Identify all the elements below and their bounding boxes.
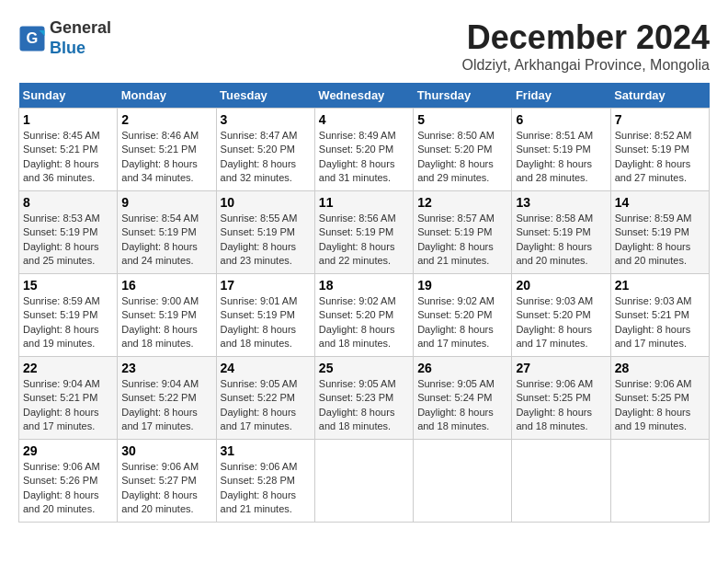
calendar-cell: 22Sunrise: 9:04 AM Sunset: 5:21 PM Dayli… xyxy=(19,357,118,440)
day-number: 31 xyxy=(221,443,311,458)
day-info: Sunrise: 9:00 AM Sunset: 5:19 PM Dayligh… xyxy=(121,294,211,351)
calendar-cell: 2Sunrise: 8:46 AM Sunset: 5:21 PM Daylig… xyxy=(118,109,216,191)
calendar-cell: 7Sunrise: 8:52 AM Sunset: 5:19 PM Daylig… xyxy=(610,109,709,191)
day-info: Sunrise: 8:46 AM Sunset: 5:21 PM Dayligh… xyxy=(121,129,211,186)
day-info: Sunrise: 9:02 AM Sunset: 5:20 PM Dayligh… xyxy=(319,294,409,351)
column-header-thursday: Thursday xyxy=(414,83,512,109)
day-info: Sunrise: 8:52 AM Sunset: 5:19 PM Dayligh… xyxy=(615,129,705,186)
calendar-cell: 11Sunrise: 8:56 AM Sunset: 5:19 PM Dayli… xyxy=(314,191,413,274)
column-header-friday: Friday xyxy=(512,83,610,109)
day-info: Sunrise: 9:04 AM Sunset: 5:22 PM Dayligh… xyxy=(121,377,211,434)
location-text: Oldziyt, Arkhangai Province, Mongolia xyxy=(462,57,710,74)
day-info: Sunrise: 9:05 AM Sunset: 5:22 PM Dayligh… xyxy=(221,377,311,434)
column-header-wednesday: Wednesday xyxy=(314,83,413,109)
calendar-cell: 14Sunrise: 8:59 AM Sunset: 5:19 PM Dayli… xyxy=(610,191,709,274)
day-number: 13 xyxy=(516,195,606,210)
month-title: December 2024 xyxy=(462,18,710,57)
calendar-cell: 19Sunrise: 9:02 AM Sunset: 5:20 PM Dayli… xyxy=(414,274,512,357)
day-number: 23 xyxy=(121,361,211,375)
day-info: Sunrise: 8:54 AM Sunset: 5:19 PM Dayligh… xyxy=(121,212,211,269)
day-info: Sunrise: 8:58 AM Sunset: 5:19 PM Dayligh… xyxy=(516,212,606,269)
calendar-cell: 8Sunrise: 8:53 AM Sunset: 5:19 PM Daylig… xyxy=(19,191,118,274)
calendar-cell: 31Sunrise: 9:06 AM Sunset: 5:28 PM Dayli… xyxy=(216,440,314,523)
day-info: Sunrise: 9:06 AM Sunset: 5:25 PM Dayligh… xyxy=(615,377,705,434)
day-number: 10 xyxy=(221,195,311,210)
day-info: Sunrise: 8:55 AM Sunset: 5:19 PM Dayligh… xyxy=(221,212,311,269)
day-info: Sunrise: 8:51 AM Sunset: 5:19 PM Dayligh… xyxy=(516,129,606,186)
calendar-cell: 12Sunrise: 8:57 AM Sunset: 5:19 PM Dayli… xyxy=(414,191,512,274)
calendar-cell: 16Sunrise: 9:00 AM Sunset: 5:19 PM Dayli… xyxy=(118,274,216,357)
day-info: Sunrise: 8:59 AM Sunset: 5:19 PM Dayligh… xyxy=(23,294,113,351)
calendar-cell: 20Sunrise: 9:03 AM Sunset: 5:20 PM Dayli… xyxy=(512,274,610,357)
week-row-5: 29Sunrise: 9:06 AM Sunset: 5:26 PM Dayli… xyxy=(19,440,710,523)
day-number: 14 xyxy=(615,195,705,210)
column-header-saturday: Saturday xyxy=(610,83,709,109)
day-number: 1 xyxy=(23,112,113,127)
calendar-cell: 15Sunrise: 8:59 AM Sunset: 5:19 PM Dayli… xyxy=(19,274,118,357)
calendar-cell: 4Sunrise: 8:49 AM Sunset: 5:20 PM Daylig… xyxy=(314,109,413,191)
day-info: Sunrise: 8:50 AM Sunset: 5:20 PM Dayligh… xyxy=(417,129,507,186)
day-info: Sunrise: 9:06 AM Sunset: 5:28 PM Dayligh… xyxy=(221,460,311,517)
day-number: 16 xyxy=(121,278,211,293)
calendar-cell: 5Sunrise: 8:50 AM Sunset: 5:20 PM Daylig… xyxy=(414,109,512,191)
calendar-cell: 30Sunrise: 9:06 AM Sunset: 5:27 PM Dayli… xyxy=(118,440,216,523)
page-header: G General Blue December 2024 Oldziyt, Ar… xyxy=(18,18,710,74)
calendar-cell: 23Sunrise: 9:04 AM Sunset: 5:22 PM Dayli… xyxy=(118,357,216,440)
day-number: 22 xyxy=(23,361,113,375)
day-info: Sunrise: 9:06 AM Sunset: 5:25 PM Dayligh… xyxy=(516,377,606,434)
day-number: 18 xyxy=(319,278,409,293)
column-header-tuesday: Tuesday xyxy=(216,83,314,109)
svg-text:G: G xyxy=(27,29,39,46)
day-info: Sunrise: 8:56 AM Sunset: 5:19 PM Dayligh… xyxy=(319,212,409,269)
calendar-cell: 18Sunrise: 9:02 AM Sunset: 5:20 PM Dayli… xyxy=(314,274,413,357)
day-number: 11 xyxy=(319,195,409,210)
day-info: Sunrise: 9:01 AM Sunset: 5:19 PM Dayligh… xyxy=(221,294,311,351)
calendar-cell xyxy=(314,440,413,523)
logo-general-text: General xyxy=(50,18,111,37)
calendar-cell: 6Sunrise: 8:51 AM Sunset: 5:19 PM Daylig… xyxy=(512,109,610,191)
day-number: 29 xyxy=(23,443,113,458)
day-info: Sunrise: 9:06 AM Sunset: 5:26 PM Dayligh… xyxy=(23,460,113,517)
day-info: Sunrise: 8:59 AM Sunset: 5:19 PM Dayligh… xyxy=(615,212,705,269)
day-number: 4 xyxy=(319,112,409,127)
day-number: 5 xyxy=(417,112,507,127)
calendar-cell: 27Sunrise: 9:06 AM Sunset: 5:25 PM Dayli… xyxy=(512,357,610,440)
calendar-cell xyxy=(512,440,610,523)
day-number: 3 xyxy=(221,112,311,127)
day-number: 15 xyxy=(23,278,113,293)
title-block: December 2024 Oldziyt, Arkhangai Provinc… xyxy=(462,18,710,74)
day-info: Sunrise: 9:02 AM Sunset: 5:20 PM Dayligh… xyxy=(417,294,507,351)
calendar-header-row: SundayMondayTuesdayWednesdayThursdayFrid… xyxy=(19,83,710,109)
day-number: 9 xyxy=(121,195,211,210)
day-info: Sunrise: 9:05 AM Sunset: 5:23 PM Dayligh… xyxy=(319,377,409,434)
day-number: 20 xyxy=(516,278,606,293)
week-row-2: 8Sunrise: 8:53 AM Sunset: 5:19 PM Daylig… xyxy=(19,191,710,274)
column-header-monday: Monday xyxy=(118,83,216,109)
logo-icon: G xyxy=(18,25,46,52)
week-row-3: 15Sunrise: 8:59 AM Sunset: 5:19 PM Dayli… xyxy=(19,274,710,357)
calendar-cell: 13Sunrise: 8:58 AM Sunset: 5:19 PM Dayli… xyxy=(512,191,610,274)
day-number: 21 xyxy=(615,278,705,293)
day-number: 28 xyxy=(615,361,705,375)
logo: G General Blue xyxy=(18,18,111,58)
calendar-cell: 25Sunrise: 9:05 AM Sunset: 5:23 PM Dayli… xyxy=(314,357,413,440)
day-number: 30 xyxy=(121,443,211,458)
day-info: Sunrise: 8:57 AM Sunset: 5:19 PM Dayligh… xyxy=(417,212,507,269)
day-number: 8 xyxy=(23,195,113,210)
day-info: Sunrise: 9:04 AM Sunset: 5:21 PM Dayligh… xyxy=(23,377,113,434)
day-number: 2 xyxy=(121,112,211,127)
calendar-cell: 24Sunrise: 9:05 AM Sunset: 5:22 PM Dayli… xyxy=(216,357,314,440)
day-info: Sunrise: 9:03 AM Sunset: 5:20 PM Dayligh… xyxy=(516,294,606,351)
day-info: Sunrise: 9:05 AM Sunset: 5:24 PM Dayligh… xyxy=(417,377,507,434)
calendar-table: SundayMondayTuesdayWednesdayThursdayFrid… xyxy=(18,83,710,523)
day-number: 12 xyxy=(417,195,507,210)
day-info: Sunrise: 9:06 AM Sunset: 5:27 PM Dayligh… xyxy=(121,460,211,517)
day-number: 19 xyxy=(417,278,507,293)
day-info: Sunrise: 8:49 AM Sunset: 5:20 PM Dayligh… xyxy=(319,129,409,186)
calendar-cell: 26Sunrise: 9:05 AM Sunset: 5:24 PM Dayli… xyxy=(414,357,512,440)
logo-blue-text: Blue xyxy=(50,39,85,57)
calendar-cell: 28Sunrise: 9:06 AM Sunset: 5:25 PM Dayli… xyxy=(610,357,709,440)
calendar-cell: 9Sunrise: 8:54 AM Sunset: 5:19 PM Daylig… xyxy=(118,191,216,274)
calendar-cell: 29Sunrise: 9:06 AM Sunset: 5:26 PM Dayli… xyxy=(19,440,118,523)
calendar-cell: 3Sunrise: 8:47 AM Sunset: 5:20 PM Daylig… xyxy=(216,109,314,191)
